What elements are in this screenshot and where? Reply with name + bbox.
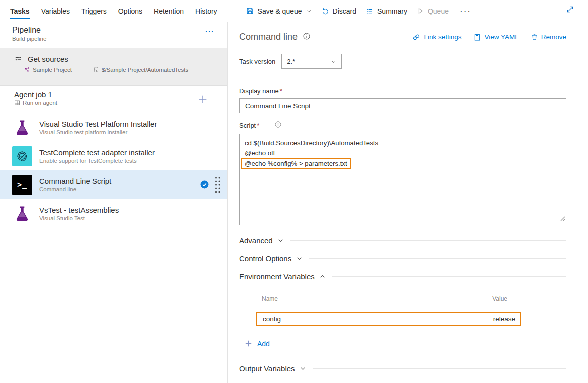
section-advanced[interactable]: Advanced [239,236,566,245]
panel-title: Command line [239,32,298,42]
script-textarea[interactable]: cd $(Build.SourcesDirectory)\AutomatedTe… [239,134,566,225]
tab-bar: Tasks Variables Triggers Options Retenti… [10,0,229,22]
testcomplete-icon [12,146,32,166]
task-subtitle: Command line [39,186,111,193]
agent-job-subtitle: Run on agent [23,100,57,106]
add-variable-button[interactable]: Add [244,339,279,348]
section-rule [290,240,566,241]
summary-list-icon [366,7,374,15]
task-item-vstest-installer[interactable]: Visual Studio Test Platform Installer Vi… [0,113,227,142]
save-icon [246,7,254,15]
agent-grid-icon [14,100,20,106]
task-subtitle: Visual Studio Test [39,215,119,221]
section-rule [309,258,566,259]
environment-variables-table: Name Value config release [239,291,566,326]
required-marker: * [280,87,282,95]
get-sources-item[interactable]: Get sources Sample Project $/Sample Proj… [0,48,227,85]
tab-triggers[interactable]: Triggers [81,0,107,22]
env-table-header: Name Value [239,291,566,308]
section-rule [313,368,566,369]
undo-icon [321,7,329,15]
tab-options[interactable]: Options [118,0,142,22]
task-version-select[interactable]: 2.* [281,54,342,69]
task-selected-check-icon [200,180,209,192]
agent-job-card: Agent job 1 Run on agent [0,85,227,228]
play-icon [417,7,424,15]
resize-handle[interactable] [560,214,565,224]
pipeline-subtitle: Build pipeline [12,36,227,42]
chevron-up-icon [319,273,326,280]
flask-icon [12,118,32,138]
tfvc-branch-icon [93,66,99,73]
section-control-options[interactable]: Control Options [239,254,566,263]
plus-icon [197,94,208,105]
terminal-icon: >_ [12,175,32,195]
source-path-label: $/Sample Project/AutomatedTests [102,67,188,73]
task-settings-panel: Command line Link settings [228,22,588,383]
top-toolbar: Tasks Variables Triggers Options Retenti… [0,0,588,22]
remove-task-button[interactable]: Remove [531,33,566,41]
task-title: Visual Studio Test Platform Installer [39,120,157,128]
script-line-3: @echo %config% > parameters.txt [245,158,561,169]
agent-job-item[interactable]: Agent job 1 Run on agent [0,86,227,113]
queue-button[interactable]: Queue [417,7,449,15]
toolbar-divider [230,6,230,17]
section-environment-variables[interactable]: Environment Variables [239,272,566,281]
tab-retention[interactable]: Retention [154,0,184,22]
pipeline-title: Pipeline [12,26,227,35]
script-info-icon[interactable] [274,121,282,130]
get-sources-icon [14,55,23,63]
task-title: Command Line Script [39,177,111,185]
task-subtitle: Visual Studio test platform installer [39,129,157,135]
fullscreen-expand-icon[interactable] [565,5,575,16]
task-subtitle: Enable support for TestComplete tests [39,158,155,164]
env-value-cell[interactable]: release [493,315,515,323]
flask-icon [12,204,32,224]
task-item-command-line[interactable]: >_ Command Line Script Command line [0,170,227,199]
team-project-icon [24,67,30,73]
task-item-testcomplete-adapter[interactable]: TestComplete test adapter installer Enab… [0,142,227,170]
save-and-queue-button[interactable]: Save & queue [246,7,312,15]
env-variable-row[interactable]: config release [256,312,521,326]
script-line-2: @echo off [245,148,561,158]
summary-button[interactable]: Summary [366,7,407,15]
display-name-input[interactable]: Command Line Script [239,98,566,113]
env-name-header: Name [262,295,278,302]
display-name-label: Display name* [239,87,588,95]
view-yaml-button[interactable]: View YAML [473,33,518,41]
agent-job-title: Agent job 1 [14,90,227,99]
chevron-down-icon [296,255,303,262]
source-project-label: Sample Project [33,67,72,73]
drag-handle[interactable] [214,176,221,196]
pipeline-more-button[interactable]: ··· [205,27,214,36]
task-version-label: Task version [239,58,275,65]
highlighted-script-line: @echo %config% > parameters.txt [241,158,351,169]
required-marker: * [257,122,259,129]
chevron-down-icon [277,237,284,244]
plus-icon [244,339,253,348]
chevron-down-icon [306,8,312,14]
link-icon [412,33,421,42]
script-label: Script* [239,121,588,130]
task-title: VsTest - testAssemblies [39,206,119,214]
tab-tasks[interactable]: Tasks [10,0,30,22]
script-line-1: cd $(Build.SourcesDirectory)\AutomatedTe… [245,138,561,148]
chevron-down-icon [300,365,306,372]
info-icon[interactable] [303,32,311,42]
task-item-vstest-assemblies[interactable]: VsTest - testAssemblies Visual Studio Te… [0,199,227,228]
chevron-down-icon [331,59,337,65]
tab-history[interactable]: History [195,0,217,22]
get-sources-title: Get sources [28,55,68,63]
add-task-button[interactable] [197,94,208,107]
section-output-variables[interactable]: Output Variables [239,364,566,373]
pipeline-header[interactable]: Pipeline Build pipeline ··· [0,22,227,48]
toolbar-more-button[interactable]: ··· [460,6,471,16]
link-settings-button[interactable]: Link settings [412,33,461,42]
task-title: TestComplete test adapter installer [39,148,155,157]
section-rule [332,276,566,277]
pipeline-sidebar: Pipeline Build pipeline ··· Get sources … [0,22,228,383]
tab-variables[interactable]: Variables [41,0,70,22]
discard-button[interactable]: Discard [321,7,356,15]
trash-icon [531,33,538,41]
env-name-cell[interactable]: config [263,315,281,323]
